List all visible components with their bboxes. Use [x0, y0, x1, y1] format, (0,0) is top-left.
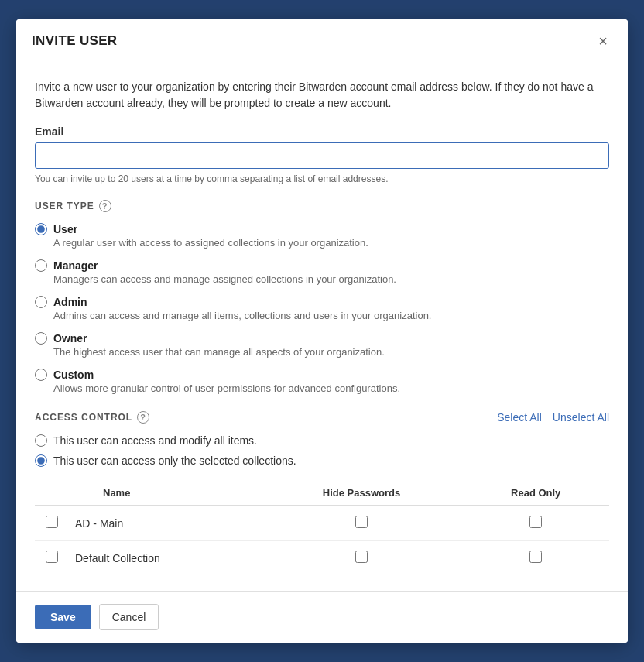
- checkbox-ad-main-select[interactable]: [46, 516, 58, 528]
- user-type-radio-group: User A regular user with access to assig…: [35, 223, 609, 394]
- checkbox-default-select[interactable]: [46, 551, 58, 563]
- th-read-only: Read Only: [462, 481, 609, 506]
- access-control-help-icon[interactable]: ?: [137, 411, 149, 424]
- intro-text: Invite a new user to your organization b…: [35, 79, 609, 111]
- access-control-label: ACCESS CONTROL: [35, 412, 132, 423]
- th-checkbox: [35, 481, 69, 506]
- radio-item-admin: Admin Admins can access and manage all i…: [35, 296, 609, 321]
- invite-user-modal: INVITE USER × Invite a new user to your …: [16, 19, 628, 643]
- radio-custom-desc: Allows more granular control of user per…: [53, 382, 609, 394]
- access-control-links: Select All Unselect All: [497, 411, 609, 424]
- checkbox-ad-main-hide-passwords[interactable]: [355, 516, 368, 528]
- radio-item-owner: Owner The highest access user that can m…: [35, 332, 609, 358]
- cancel-button[interactable]: Cancel: [99, 604, 159, 630]
- radio-owner-label[interactable]: Owner: [53, 332, 87, 345]
- radio-access-selected-collections[interactable]: [35, 454, 47, 467]
- radio-admin-label[interactable]: Admin: [53, 296, 87, 308]
- checkbox-ad-main-read-only[interactable]: [529, 516, 542, 528]
- td-check-ad-main: [35, 506, 69, 541]
- access-control-header: ACCESS CONTROL ? Select All Unselect All: [35, 411, 609, 424]
- th-name: Name: [69, 481, 261, 506]
- user-type-help-icon[interactable]: ?: [99, 200, 111, 212]
- td-hide-passwords-ad-main: [261, 506, 463, 541]
- select-all-button[interactable]: Select All: [497, 411, 542, 424]
- access-option-all-items: This user can access and modify all item…: [35, 434, 609, 447]
- access-selected-label[interactable]: This user can access only the selected c…: [53, 454, 296, 467]
- radio-custom-label[interactable]: Custom: [53, 369, 94, 381]
- td-read-only-ad-main: [462, 506, 609, 541]
- collections-table-body: AD - Main Default Collection: [35, 506, 609, 575]
- access-all-label[interactable]: This user can access and modify all item…: [53, 434, 257, 447]
- modal-overlay: INVITE USER × Invite a new user to your …: [0, 0, 644, 662]
- user-type-label: USER TYPE: [35, 201, 94, 211]
- checkbox-default-read-only[interactable]: [529, 551, 542, 563]
- user-type-section-header: USER TYPE ?: [35, 200, 609, 212]
- td-hide-passwords-default: [261, 541, 463, 576]
- table-row: Default Collection: [35, 541, 609, 576]
- th-hide-passwords: Hide Passwords: [261, 481, 463, 506]
- radio-manager-desc: Managers can access and manage assigned …: [53, 273, 609, 285]
- modal-title: INVITE USER: [32, 33, 117, 49]
- radio-custom[interactable]: [35, 369, 47, 381]
- td-check-default: [35, 541, 69, 576]
- table-row: AD - Main: [35, 506, 609, 541]
- radio-admin-desc: Admins can access and manage all items, …: [53, 310, 609, 321]
- checkbox-default-hide-passwords[interactable]: [355, 551, 368, 563]
- radio-access-all-items[interactable]: [35, 434, 47, 447]
- radio-manager[interactable]: [35, 259, 47, 272]
- modal-footer: Save Cancel: [16, 591, 628, 643]
- modal-header: INVITE USER ×: [16, 19, 628, 63]
- radio-item-user: User A regular user with access to assig…: [35, 223, 609, 249]
- close-button[interactable]: ×: [594, 32, 612, 50]
- radio-manager-label[interactable]: Manager: [53, 259, 98, 272]
- td-read-only-default: [462, 541, 609, 576]
- td-name-ad-main: AD - Main: [69, 506, 261, 541]
- radio-user-desc: A regular user with access to assigned c…: [53, 237, 609, 249]
- access-control-left: ACCESS CONTROL ?: [35, 411, 149, 424]
- unselect-all-button[interactable]: Unselect All: [553, 411, 609, 424]
- radio-item-manager: Manager Managers can access and manage a…: [35, 259, 609, 285]
- email-input[interactable]: [35, 142, 609, 169]
- radio-user-label[interactable]: User: [53, 223, 77, 235]
- radio-item-custom: Custom Allows more granular control of u…: [35, 369, 609, 394]
- access-options: This user can access and modify all item…: [35, 434, 609, 467]
- td-name-default: Default Collection: [69, 541, 261, 576]
- radio-user[interactable]: [35, 223, 47, 235]
- radio-owner[interactable]: [35, 332, 47, 345]
- save-button[interactable]: Save: [35, 605, 91, 629]
- table-header-row: Name Hide Passwords Read Only: [35, 481, 609, 506]
- radio-owner-desc: The highest access user that can manage …: [53, 346, 609, 358]
- email-hint: You can invite up to 20 users at a time …: [35, 173, 609, 184]
- modal-body: Invite a new user to your organization b…: [16, 63, 628, 591]
- email-label: Email: [35, 125, 609, 138]
- access-option-selected-collections: This user can access only the selected c…: [35, 454, 609, 467]
- radio-admin[interactable]: [35, 296, 47, 308]
- collections-table: Name Hide Passwords Read Only: [35, 481, 609, 575]
